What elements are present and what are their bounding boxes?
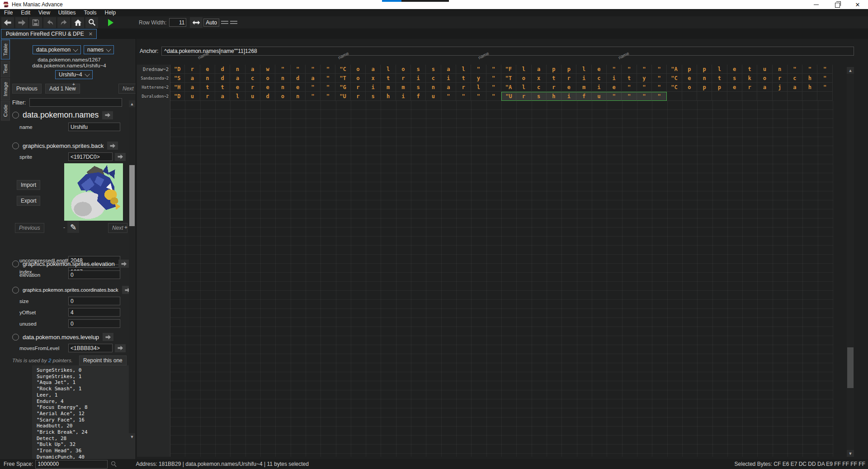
hex-cell[interactable]: a <box>757 83 772 92</box>
hex-cell[interactable] <box>773 92 788 101</box>
hex-cell[interactable]: a <box>230 74 245 83</box>
hex-cell[interactable]: n <box>230 65 245 74</box>
hex-cell[interactable]: "T <box>335 74 350 83</box>
hex-cell[interactable]: p <box>697 65 712 74</box>
home-icon[interactable] <box>71 17 84 28</box>
hex-cell[interactable]: t <box>622 74 637 83</box>
minus-icon[interactable]: − <box>72 86 75 90</box>
hex-cell[interactable]: y <box>637 74 652 83</box>
hex-cell[interactable]: s <box>366 92 381 101</box>
hex-cell[interactable]: i <box>441 74 456 83</box>
hex-cell[interactable]: " <box>321 92 335 101</box>
filter-input[interactable] <box>29 98 122 107</box>
hex-cell[interactable]: t <box>456 74 471 83</box>
hex-cell[interactable]: l <box>230 92 245 101</box>
hex-cell[interactable]: a <box>185 74 200 83</box>
hex-cell[interactable]: " <box>486 74 501 83</box>
hex-cell[interactable]: r <box>456 83 471 92</box>
scroll-up-icon[interactable]: ▲ <box>847 67 854 74</box>
save-icon[interactable] <box>29 17 42 28</box>
hex-cell[interactable]: a <box>532 65 547 74</box>
hex-cell[interactable]: " <box>607 65 622 74</box>
hex-cell[interactable]: t <box>200 83 215 92</box>
hex-cell[interactable]: e <box>607 83 622 92</box>
previous-sprite-button[interactable]: Previous <box>15 223 44 233</box>
search-icon[interactable] <box>85 17 98 28</box>
hex-cell[interactable]: " <box>652 65 667 74</box>
auto-toggle[interactable]: Auto <box>203 19 219 27</box>
hex-cell[interactable]: " <box>441 92 456 101</box>
hex-scrollbar-thumb[interactable] <box>847 347 854 388</box>
edit-pencil-icon[interactable]: ✎ <box>67 221 79 233</box>
hex-cell[interactable]: " <box>275 65 290 74</box>
radio-icon[interactable] <box>12 261 19 267</box>
hex-cell[interactable]: " <box>637 92 652 101</box>
hex-cell[interactable]: n <box>291 92 306 101</box>
hex-cell[interactable]: n <box>275 83 290 92</box>
hex-cell[interactable]: t <box>381 74 396 83</box>
hex-cell[interactable]: " <box>471 92 486 101</box>
hex-cell[interactable]: a <box>441 65 456 74</box>
hex-cell[interactable]: h <box>381 92 396 101</box>
undo-icon[interactable] <box>43 17 56 28</box>
hex-cell[interactable]: "C <box>667 74 682 83</box>
hex-cell[interactable]: d <box>260 92 275 101</box>
hex-cell[interactable]: n <box>426 83 441 92</box>
hex-scrollbar[interactable]: ▲ ▼ <box>847 67 854 457</box>
empty-grid-area[interactable] <box>170 101 833 457</box>
hex-cell[interactable]: r <box>245 83 260 92</box>
hex-cell[interactable]: " <box>486 65 501 74</box>
hex-cell[interactable]: l <box>712 65 727 74</box>
tab-close-icon[interactable]: ✕ <box>89 31 93 37</box>
hex-cell[interactable]: m <box>381 83 396 92</box>
hex-cell[interactable]: a <box>245 65 260 74</box>
hex-cell[interactable]: m <box>396 83 411 92</box>
goto-arrow-icon[interactable] <box>115 153 126 161</box>
table-dropdown[interactable]: data.pokemon <box>33 45 81 54</box>
hex-cell[interactable]: w <box>260 65 275 74</box>
hex-cell[interactable]: o <box>275 92 290 101</box>
hex-cell[interactable]: " <box>486 83 501 92</box>
name-field-input[interactable] <box>68 123 120 131</box>
tab-pokemon-firered[interactable]: Pokémon FireRed CFRU & DPE ✕ <box>1 29 97 39</box>
panel-scrollbar[interactable]: ▲ ▼ <box>129 100 135 440</box>
rows-icon-2[interactable] <box>230 21 237 24</box>
hex-cell[interactable]: o <box>682 83 697 92</box>
hex-cell[interactable]: i <box>396 92 411 101</box>
hex-cell[interactable]: o <box>351 65 366 74</box>
hex-cell[interactable]: n <box>697 74 712 83</box>
rows-icon[interactable] <box>221 21 228 24</box>
export-button[interactable]: Export <box>17 196 40 206</box>
hex-cell[interactable]: " <box>817 74 832 83</box>
anchor-input[interactable] <box>161 47 854 56</box>
hex-cell[interactable]: m <box>576 83 591 92</box>
hex-cell[interactable]: " <box>652 92 667 101</box>
hex-cell[interactable]: e <box>230 83 245 92</box>
hex-cell[interactable]: " <box>321 83 335 92</box>
hex-cell[interactable]: "D <box>170 92 185 101</box>
hex-cell[interactable]: o <box>396 65 411 74</box>
panel-scrollbar-thumb[interactable] <box>129 165 135 226</box>
hex-cell[interactable]: t <box>712 74 727 83</box>
hex-cell[interactable]: l <box>381 65 396 74</box>
hex-cell[interactable]: c <box>788 74 802 83</box>
hex-cell[interactable]: a <box>185 83 200 92</box>
hex-cell[interactable]: o <box>351 74 366 83</box>
hex-cell[interactable] <box>727 92 742 101</box>
hex-cell[interactable]: c <box>532 83 547 92</box>
side-tab-table[interactable]: Table <box>1 40 10 60</box>
hex-cell[interactable]: t <box>547 74 561 83</box>
hex-cell[interactable]: "C <box>335 65 350 74</box>
close-button[interactable]: ✕ <box>847 0 868 9</box>
hex-cell[interactable]: t <box>742 65 757 74</box>
hex-cell[interactable]: a <box>306 74 321 83</box>
hex-cell[interactable]: " <box>817 83 832 92</box>
hex-cell[interactable]: " <box>456 92 471 101</box>
hex-cell[interactable]: l <box>516 65 531 74</box>
hex-cell[interactable]: "S <box>170 74 185 83</box>
hex-cell[interactable]: j <box>773 83 788 92</box>
hex-cell[interactable]: " <box>637 65 652 74</box>
sprite-pointer-input[interactable] <box>68 152 113 161</box>
goto-arrow-icon[interactable] <box>115 344 126 352</box>
hex-cell[interactable]: a <box>441 83 456 92</box>
